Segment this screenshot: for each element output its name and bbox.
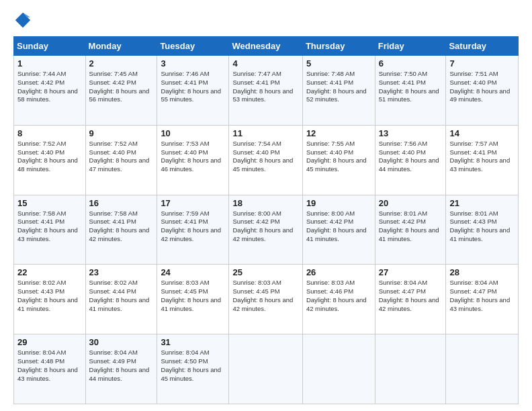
header bbox=[13, 11, 519, 30]
day-number: 26 bbox=[306, 267, 371, 277]
day-info: Sunrise: 8:04 AMSunset: 4:47 PMDaylight:… bbox=[449, 279, 510, 312]
day-number: 7 bbox=[449, 58, 515, 68]
day-cell: 14 Sunrise: 7:57 AMSunset: 4:41 PMDaylig… bbox=[446, 125, 519, 195]
day-cell: 12 Sunrise: 7:55 AMSunset: 4:40 PMDaylig… bbox=[302, 125, 375, 195]
day-number: 3 bbox=[161, 58, 225, 68]
day-info: Sunrise: 8:03 AMSunset: 4:45 PMDaylight:… bbox=[232, 279, 293, 312]
day-number: 27 bbox=[379, 267, 443, 277]
calendar-table: SundayMondayTuesdayWednesdayThursdayFrid… bbox=[13, 36, 519, 404]
day-info: Sunrise: 7:58 AMSunset: 4:41 PMDaylight:… bbox=[17, 210, 78, 242]
day-number: 2 bbox=[89, 58, 154, 68]
day-cell: 7 Sunrise: 7:51 AMSunset: 4:40 PMDayligh… bbox=[446, 56, 519, 126]
day-number: 22 bbox=[17, 267, 82, 277]
col-header-monday: Monday bbox=[85, 37, 157, 56]
day-info: Sunrise: 7:56 AMSunset: 4:40 PMDaylight:… bbox=[379, 140, 439, 173]
day-cell: 20 Sunrise: 8:01 AMSunset: 4:42 PMDaylig… bbox=[375, 195, 446, 265]
day-number: 10 bbox=[161, 128, 225, 138]
day-number: 19 bbox=[306, 198, 371, 208]
day-info: Sunrise: 8:04 AMSunset: 4:50 PMDaylight:… bbox=[161, 349, 221, 381]
day-number: 25 bbox=[232, 267, 298, 277]
day-info: Sunrise: 7:54 AMSunset: 4:40 PMDaylight:… bbox=[232, 140, 293, 173]
day-number: 13 bbox=[379, 128, 443, 138]
day-info: Sunrise: 7:52 AMSunset: 4:40 PMDaylight:… bbox=[17, 140, 78, 173]
day-number: 4 bbox=[232, 58, 298, 68]
day-number: 12 bbox=[306, 128, 371, 138]
day-cell: 29 Sunrise: 8:04 AMSunset: 4:48 PMDaylig… bbox=[14, 334, 86, 404]
day-info: Sunrise: 7:59 AMSunset: 4:41 PMDaylight:… bbox=[161, 210, 221, 242]
day-cell: 11 Sunrise: 7:54 AMSunset: 4:40 PMDaylig… bbox=[229, 125, 302, 195]
day-info: Sunrise: 7:45 AMSunset: 4:42 PMDaylight:… bbox=[89, 70, 150, 103]
day-number: 5 bbox=[306, 58, 371, 68]
day-number: 16 bbox=[89, 198, 154, 208]
col-header-wednesday: Wednesday bbox=[229, 37, 302, 56]
day-cell: 3 Sunrise: 7:46 AMSunset: 4:41 PMDayligh… bbox=[157, 56, 229, 126]
day-cell: 28 Sunrise: 8:04 AMSunset: 4:47 PMDaylig… bbox=[446, 265, 519, 334]
day-cell: 27 Sunrise: 8:04 AMSunset: 4:47 PMDaylig… bbox=[375, 265, 446, 334]
header-row: SundayMondayTuesdayWednesdayThursdayFrid… bbox=[14, 37, 519, 56]
day-number: 20 bbox=[379, 198, 443, 208]
day-info: Sunrise: 8:02 AMSunset: 4:43 PMDaylight:… bbox=[17, 279, 78, 312]
day-info: Sunrise: 7:55 AMSunset: 4:40 PMDaylight:… bbox=[306, 140, 367, 173]
day-info: Sunrise: 8:03 AMSunset: 4:45 PMDaylight:… bbox=[161, 279, 221, 312]
day-number: 1 bbox=[17, 58, 82, 68]
week-row-4: 22 Sunrise: 8:02 AMSunset: 4:43 PMDaylig… bbox=[14, 265, 519, 334]
day-number: 31 bbox=[161, 337, 225, 347]
week-row-1: 1 Sunrise: 7:44 AMSunset: 4:42 PMDayligh… bbox=[14, 56, 519, 126]
day-cell: 10 Sunrise: 7:53 AMSunset: 4:40 PMDaylig… bbox=[157, 125, 229, 195]
day-info: Sunrise: 8:04 AMSunset: 4:48 PMDaylight:… bbox=[17, 349, 78, 381]
day-info: Sunrise: 7:53 AMSunset: 4:40 PMDaylight:… bbox=[161, 140, 221, 173]
day-cell bbox=[229, 334, 302, 404]
col-header-tuesday: Tuesday bbox=[157, 37, 229, 56]
week-row-3: 15 Sunrise: 7:58 AMSunset: 4:41 PMDaylig… bbox=[14, 195, 519, 265]
day-cell: 1 Sunrise: 7:44 AMSunset: 4:42 PMDayligh… bbox=[14, 56, 86, 126]
week-row-5: 29 Sunrise: 8:04 AMSunset: 4:48 PMDaylig… bbox=[14, 334, 519, 404]
day-info: Sunrise: 8:02 AMSunset: 4:44 PMDaylight:… bbox=[89, 279, 150, 312]
day-cell: 30 Sunrise: 8:04 AMSunset: 4:49 PMDaylig… bbox=[85, 334, 157, 404]
logo bbox=[13, 11, 34, 30]
day-cell: 25 Sunrise: 8:03 AMSunset: 4:45 PMDaylig… bbox=[229, 265, 302, 334]
day-number: 24 bbox=[161, 267, 225, 277]
day-number: 28 bbox=[449, 267, 515, 277]
day-cell: 6 Sunrise: 7:50 AMSunset: 4:41 PMDayligh… bbox=[375, 56, 446, 126]
day-cell: 8 Sunrise: 7:52 AMSunset: 4:40 PMDayligh… bbox=[14, 125, 86, 195]
col-header-thursday: Thursday bbox=[302, 37, 375, 56]
day-cell: 24 Sunrise: 8:03 AMSunset: 4:45 PMDaylig… bbox=[157, 265, 229, 334]
day-number: 9 bbox=[89, 128, 154, 138]
day-info: Sunrise: 7:52 AMSunset: 4:40 PMDaylight:… bbox=[89, 140, 150, 173]
day-info: Sunrise: 7:51 AMSunset: 4:40 PMDaylight:… bbox=[449, 70, 510, 103]
logo-icon bbox=[13, 11, 32, 30]
day-info: Sunrise: 7:46 AMSunset: 4:41 PMDaylight:… bbox=[161, 70, 221, 103]
col-header-sunday: Sunday bbox=[14, 37, 86, 56]
day-number: 23 bbox=[89, 267, 154, 277]
day-cell: 2 Sunrise: 7:45 AMSunset: 4:42 PMDayligh… bbox=[85, 56, 157, 126]
day-number: 14 bbox=[449, 128, 515, 138]
day-info: Sunrise: 7:57 AMSunset: 4:41 PMDaylight:… bbox=[449, 140, 510, 173]
day-cell: 21 Sunrise: 8:01 AMSunset: 4:43 PMDaylig… bbox=[446, 195, 519, 265]
day-info: Sunrise: 8:00 AMSunset: 4:42 PMDaylight:… bbox=[232, 210, 293, 242]
col-header-friday: Friday bbox=[375, 37, 446, 56]
day-info: Sunrise: 7:48 AMSunset: 4:41 PMDaylight:… bbox=[306, 70, 367, 103]
day-info: Sunrise: 8:01 AMSunset: 4:42 PMDaylight:… bbox=[379, 210, 439, 242]
day-cell: 13 Sunrise: 7:56 AMSunset: 4:40 PMDaylig… bbox=[375, 125, 446, 195]
day-number: 30 bbox=[89, 337, 154, 347]
day-cell: 18 Sunrise: 8:00 AMSunset: 4:42 PMDaylig… bbox=[229, 195, 302, 265]
page: SundayMondayTuesdayWednesdayThursdayFrid… bbox=[0, 0, 532, 411]
day-cell: 22 Sunrise: 8:02 AMSunset: 4:43 PMDaylig… bbox=[14, 265, 86, 334]
day-number: 11 bbox=[232, 128, 298, 138]
day-number: 21 bbox=[449, 198, 515, 208]
day-info: Sunrise: 8:04 AMSunset: 4:47 PMDaylight:… bbox=[379, 279, 439, 312]
day-info: Sunrise: 7:44 AMSunset: 4:42 PMDaylight:… bbox=[17, 70, 78, 103]
col-header-saturday: Saturday bbox=[446, 37, 519, 56]
day-info: Sunrise: 8:04 AMSunset: 4:49 PMDaylight:… bbox=[89, 349, 150, 381]
day-cell: 26 Sunrise: 8:03 AMSunset: 4:46 PMDaylig… bbox=[302, 265, 375, 334]
day-cell: 4 Sunrise: 7:47 AMSunset: 4:41 PMDayligh… bbox=[229, 56, 302, 126]
week-row-2: 8 Sunrise: 7:52 AMSunset: 4:40 PMDayligh… bbox=[14, 125, 519, 195]
day-cell: 9 Sunrise: 7:52 AMSunset: 4:40 PMDayligh… bbox=[85, 125, 157, 195]
day-number: 17 bbox=[161, 198, 225, 208]
day-info: Sunrise: 8:03 AMSunset: 4:46 PMDaylight:… bbox=[306, 279, 367, 312]
day-info: Sunrise: 8:01 AMSunset: 4:43 PMDaylight:… bbox=[449, 210, 510, 242]
day-number: 29 bbox=[17, 337, 82, 347]
day-cell: 15 Sunrise: 7:58 AMSunset: 4:41 PMDaylig… bbox=[14, 195, 86, 265]
day-cell bbox=[446, 334, 519, 404]
day-info: Sunrise: 8:00 AMSunset: 4:42 PMDaylight:… bbox=[306, 210, 367, 242]
